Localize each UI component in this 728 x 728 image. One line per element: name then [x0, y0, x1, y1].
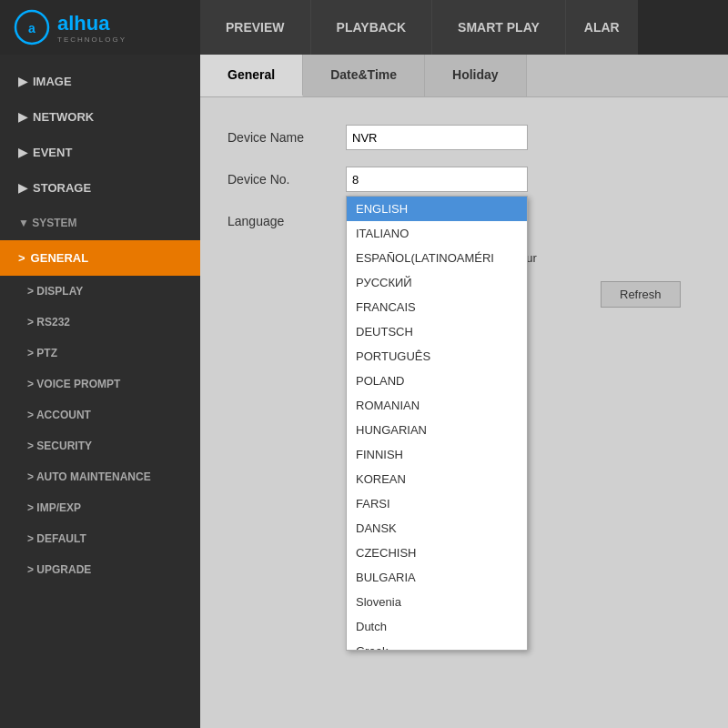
device-no-input[interactable]: [346, 167, 528, 192]
header: a alhua TECHNOLOGY PREVIEW PLAYBACK SMAR…: [0, 0, 728, 55]
sidebar-item-ptz[interactable]: > PTZ: [0, 338, 200, 369]
content-tabs: General Date&Time Holiday: [200, 55, 728, 97]
nav-tab-smartplay[interactable]: SMART PLAY: [432, 0, 566, 55]
dropdown-item-portugues[interactable]: PORTUGUÊS: [347, 344, 527, 369]
language-dropdown[interactable]: ENGLISH ITALIANO ESPAÑOL(LATINOAMÉRI РУС…: [346, 196, 528, 651]
dropdown-item-farsi[interactable]: FARSI: [347, 491, 527, 516]
dropdown-item-korean[interactable]: KOREAN: [347, 467, 527, 491]
nav-tab-preview[interactable]: PREVIEW: [200, 0, 311, 55]
svg-text:a: a: [28, 21, 35, 35]
tab-general[interactable]: General: [200, 55, 303, 96]
dropdown-item-russian[interactable]: РУССКИЙ: [347, 270, 527, 295]
dropdown-item-bulgaria[interactable]: BULGARIA: [347, 565, 527, 590]
nav-tab-alarm[interactable]: ALAR: [566, 0, 638, 55]
dropdown-item-finnish[interactable]: FINNISH: [347, 442, 527, 467]
dropdown-item-italiano[interactable]: ITALIANO: [347, 221, 527, 246]
logo-text: alhua: [57, 12, 126, 35]
sidebar-item-auto-maintenance[interactable]: > AUTO MAINTENANCE: [0, 461, 200, 492]
sidebar: ▶ IMAGE ▶ NETWORK ▶ EVENT ▶ STORAGE ▼ SY…: [0, 55, 200, 728]
arrow-icon: ▶: [18, 146, 27, 159]
device-name-row: Device Name: [228, 125, 701, 150]
arrow-icon: ▶: [18, 110, 27, 124]
sidebar-item-general[interactable]: > GENERAL: [0, 240, 200, 276]
logo-area: a alhua TECHNOLOGY: [0, 9, 200, 46]
sidebar-item-account[interactable]: > ACCOUNT: [0, 399, 200, 430]
dropdown-item-hungarian[interactable]: HUNGARIAN: [347, 418, 527, 442]
dropdown-item-slovenia[interactable]: Slovenia: [347, 590, 527, 614]
nav-tab-playback[interactable]: PLAYBACK: [311, 0, 433, 55]
form-area: Device Name Device No. Language ENGLISH …: [200, 97, 728, 728]
device-no-label: Device No.: [228, 172, 346, 187]
tab-datetime[interactable]: Date&Time: [303, 55, 425, 96]
main-layout: ▶ IMAGE ▶ NETWORK ▶ EVENT ▶ STORAGE ▼ SY…: [0, 55, 728, 728]
dropdown-item-francais[interactable]: FRANCAIS: [347, 295, 527, 319]
tab-holiday[interactable]: Holiday: [425, 55, 527, 96]
sidebar-item-imp-exp[interactable]: > IMP/EXP: [0, 492, 200, 523]
sidebar-item-network[interactable]: ▶ NETWORK: [0, 99, 200, 135]
dropdown-item-poland[interactable]: POLAND: [347, 369, 527, 393]
sidebar-item-image[interactable]: ▶ IMAGE: [0, 64, 200, 99]
sidebar-item-voice-prompt[interactable]: > VOICE PROMPT: [0, 369, 200, 399]
sidebar-item-rs232[interactable]: > RS232: [0, 307, 200, 338]
sidebar-item-display[interactable]: > DISPLAY: [0, 276, 200, 307]
device-name-label: Device Name: [228, 130, 346, 145]
arrow-icon: ▶: [18, 75, 27, 88]
nav-tabs: PREVIEW PLAYBACK SMART PLAY ALAR: [200, 0, 638, 55]
sidebar-system-label: ▼ SYSTEM: [0, 206, 200, 240]
dropdown-item-czechish[interactable]: CZECHISH: [347, 541, 527, 565]
refresh-button[interactable]: Refresh: [601, 281, 681, 308]
arrow-icon-general: >: [18, 251, 25, 265]
arrow-icon: ▶: [18, 181, 27, 195]
logo-subtext: TECHNOLOGY: [57, 35, 126, 44]
dropdown-item-espanol[interactable]: ESPAÑOL(LATINOAMÉRI: [347, 246, 527, 270]
sidebar-item-upgrade[interactable]: > UPGRADE: [0, 554, 200, 585]
device-no-row: Device No.: [228, 167, 701, 192]
dropdown-item-deutsch[interactable]: DEUTSCH: [347, 319, 527, 344]
sidebar-item-security[interactable]: > SECURITY: [0, 430, 200, 461]
logo-icon: a: [14, 9, 50, 46]
device-name-input[interactable]: [346, 125, 528, 150]
language-label: Language: [228, 214, 346, 228]
sidebar-item-storage[interactable]: ▶ STORAGE: [0, 170, 200, 206]
sidebar-item-default[interactable]: > DEFAULT: [0, 523, 200, 554]
dropdown-item-dansk[interactable]: DANSK: [347, 516, 527, 541]
dropdown-item-english[interactable]: ENGLISH: [347, 197, 527, 221]
content-area: General Date&Time Holiday Device Name De…: [200, 55, 728, 728]
dropdown-item-romanian[interactable]: ROMANIAN: [347, 393, 527, 418]
sidebar-item-event[interactable]: ▶ EVENT: [0, 135, 200, 170]
dropdown-item-greek[interactable]: Greek: [347, 639, 527, 651]
dropdown-item-dutch[interactable]: Dutch: [347, 614, 527, 639]
